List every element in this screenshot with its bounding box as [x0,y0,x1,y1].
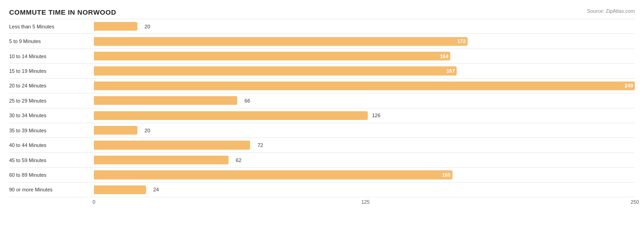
bar: 164 [94,52,450,60]
row-label: 35 to 39 Minutes [9,128,94,133]
bar: 66 [94,96,237,105]
bar-row: 60 to 89 Minutes165 [9,168,635,182]
row-label: 40 to 44 Minutes [9,142,94,148]
row-label: Less than 5 Minutes [9,24,94,29]
bar: 165 [94,170,453,179]
bar-track: 164 [94,50,635,62]
axis-tick: 125 [361,199,370,205]
source-label: Source: ZipAtlas.com [587,8,635,14]
row-label: 30 to 34 Minutes [9,113,94,118]
bar-value-label: 167 [447,68,455,74]
bar-row: 90 or more Minutes24 [9,183,635,197]
chart-title: COMMUTE TIME IN NORWOOD [9,8,635,16]
bar-value-label: 126 [372,113,380,118]
bar-track: 20 [94,20,635,33]
row-label: 20 to 24 Minutes [9,83,94,88]
bar-value-label: 20 [145,128,150,133]
bar-track: 165 [94,168,635,181]
bar-row: 25 to 29 Minutes66 [9,93,635,108]
bar-track: 24 [94,184,635,196]
row-label: 5 to 9 Minutes [9,38,94,44]
bar-value-label: 62 [236,158,241,163]
bar: 167 [94,66,457,75]
bar-track: 72 [94,139,635,151]
axis-row: 0125250 [9,197,635,208]
bar-row: 15 to 19 Minutes167 [9,64,635,78]
bar: 249 [94,81,635,90]
bar-row: Less than 5 Minutes20 [9,19,635,34]
row-label: 25 to 29 Minutes [9,98,94,103]
chart-area: Less than 5 Minutes205 to 9 Minutes17210… [9,19,635,208]
bar: 20 [94,126,137,135]
row-label: 10 to 14 Minutes [9,54,94,59]
bar-value-label: 66 [245,98,250,103]
bar-row: 30 to 34 Minutes126 [9,109,635,123]
bar: 24 [94,185,146,194]
axis-tick: 250 [631,199,639,205]
bar-value-label: 165 [442,172,450,178]
row-label: 15 to 19 Minutes [9,68,94,74]
bar-track: 20 [94,124,635,136]
chart-container: COMMUTE TIME IN NORWOOD Source: ZipAtlas… [0,0,644,239]
bar: 72 [94,141,250,149]
bar-track: 66 [94,94,635,107]
bar-value-label: 249 [625,83,633,88]
bar-row: 40 to 44 Minutes72 [9,138,635,152]
row-label: 60 to 89 Minutes [9,172,94,178]
bar-track: 249 [94,80,635,92]
bar: 126 [94,111,368,120]
bar-value-label: 164 [440,54,448,59]
bar-row: 20 to 24 Minutes249 [9,79,635,93]
bar-row: 5 to 9 Minutes172 [9,34,635,49]
bar-value-label: 24 [153,187,159,192]
bar-track: 62 [94,154,635,166]
row-label: 90 or more Minutes [9,187,94,192]
axis-track: 0125250 [94,199,635,208]
bar: 20 [94,22,137,31]
bar-track: 126 [94,109,635,122]
bar-row: 45 to 59 Minutes62 [9,153,635,168]
bar: 62 [94,156,229,164]
row-label: 45 to 59 Minutes [9,158,94,163]
bar-value-label: 20 [145,24,150,29]
bar-value-label: 72 [257,142,263,148]
bar: 172 [94,37,468,46]
bar-value-label: 172 [457,38,465,44]
bar-row: 35 to 39 Minutes20 [9,123,635,138]
axis-tick: 0 [93,199,95,205]
bar-row: 10 to 14 Minutes164 [9,49,635,64]
bar-track: 172 [94,35,635,47]
bar-track: 167 [94,65,635,77]
